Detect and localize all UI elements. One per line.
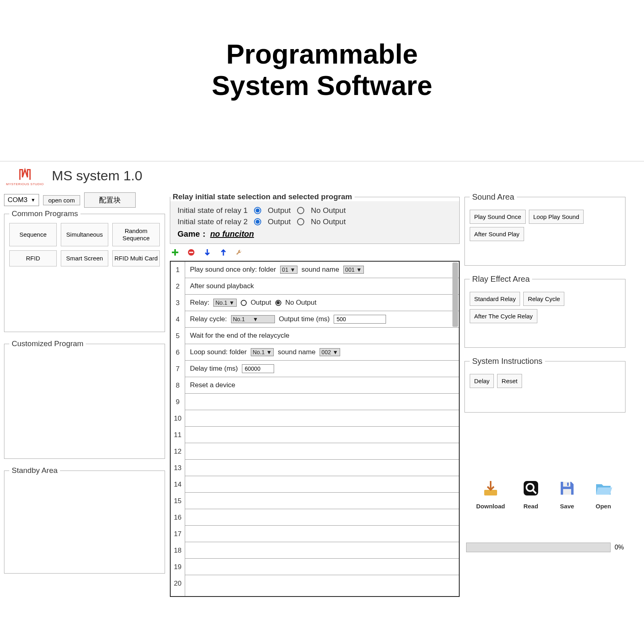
loop-sound-select[interactable]: 002 ▼	[320, 348, 340, 356]
add-icon[interactable]	[171, 248, 180, 257]
logo: MYSTERIOUS STUDIO	[6, 165, 44, 186]
after-cycle-relay-button[interactable]: After The Cycle Relay	[470, 309, 537, 323]
system-instructions-panel: System Instructions Delay Reset	[464, 357, 625, 413]
save-action[interactable]: Save	[557, 478, 578, 510]
page-title: Programmable System Software	[0, 0, 644, 101]
loop-folder-select[interactable]: No.1 ▼	[251, 348, 274, 356]
step-row[interactable]	[185, 460, 459, 476]
logo-text: MYSTERIOUS STUDIO	[6, 182, 44, 186]
open-com-button[interactable]: open com	[43, 195, 80, 205]
progress-bar	[466, 543, 611, 552]
step-output-radio[interactable]	[241, 300, 247, 306]
relay-effect-legend: Rlay Effect Area	[470, 275, 532, 284]
step-row[interactable]	[185, 509, 459, 526]
relay-select[interactable]: No.1 ▼	[213, 299, 236, 307]
read-action[interactable]: Read	[520, 478, 541, 510]
steps-container: 1234567891011121314151617181920 Play sou…	[170, 261, 460, 597]
open-action[interactable]: Open	[593, 478, 614, 510]
relay-panel-legend: Relay initial state selection and select…	[170, 192, 355, 201]
reset-button[interactable]: Reset	[497, 374, 522, 388]
step-row[interactable]	[185, 559, 459, 575]
app-window: MYSTERIOUS STUDIO MS system 1.0 COM3▼ op…	[0, 161, 644, 600]
download-icon	[480, 478, 501, 499]
open-icon	[593, 478, 614, 499]
svg-rect-6	[567, 483, 569, 486]
step-row[interactable]	[185, 443, 459, 460]
relay2-output-radio[interactable]	[254, 218, 261, 225]
progress-text: 0%	[615, 544, 624, 551]
relay-cycle-button[interactable]: Relay Cycle	[523, 292, 564, 306]
game-value[interactable]: no funciton	[210, 229, 258, 239]
step-nooutput-radio[interactable]	[275, 300, 281, 306]
logo-icon	[17, 165, 33, 182]
rfid-multi-button[interactable]: RFID Multi Card	[112, 250, 160, 266]
relay-effect-panel: Rlay Effect Area Standard Relay Relay Cy…	[464, 275, 625, 348]
standby-area-list[interactable]	[9, 480, 160, 568]
step-row[interactable]: After sound playback	[185, 278, 459, 295]
chevron-down-icon: ▼	[31, 197, 35, 203]
relay-cycle-select[interactable]: No.1 ▼	[231, 315, 275, 323]
relay1-output-radio[interactable]	[254, 207, 261, 214]
step-row[interactable]	[185, 394, 459, 410]
download-action[interactable]: Download	[476, 478, 505, 510]
relay1-label: Initial state of relay 1	[178, 206, 248, 215]
random-sequence-button[interactable]: Random Sequence	[112, 223, 160, 246]
remove-icon[interactable]	[187, 248, 196, 257]
sequence-button[interactable]: Sequence	[9, 223, 57, 246]
common-programs-panel: Common Programs Sequence Simultaneous Ra…	[4, 209, 165, 332]
app-title: MS system 1.0	[52, 168, 142, 184]
step-row[interactable]	[185, 476, 459, 493]
standby-area-panel: Standby Area	[4, 466, 165, 574]
step-row[interactable]	[185, 542, 459, 559]
play-sound-once-button[interactable]: Play Sound Once	[470, 210, 526, 224]
read-icon	[520, 478, 541, 499]
wrench-icon[interactable]	[235, 248, 244, 257]
customized-program-legend: Customized Program	[9, 339, 86, 348]
sound-area-panel: Sound Area Play Sound Once Loop Play Sou…	[464, 192, 625, 266]
arrow-up-icon[interactable]	[219, 248, 228, 257]
step-row[interactable]: Play sound once only: folder 01 ▼ sound …	[185, 262, 459, 278]
sound-select[interactable]: 001 ▼	[343, 266, 364, 274]
standard-relay-button[interactable]: Standard Relay	[470, 292, 520, 306]
loop-play-sound-button[interactable]: Loop Play Sound	[529, 210, 584, 224]
delay-button[interactable]: Delay	[470, 374, 494, 388]
standby-area-legend: Standby Area	[9, 466, 60, 475]
app-header: MYSTERIOUS STUDIO MS system 1.0	[0, 161, 644, 189]
relay-panel: Relay initial state selection and select…	[170, 192, 460, 244]
step-row[interactable]: Reset a device	[185, 377, 459, 394]
step-row[interactable]	[185, 575, 459, 592]
relay2-nooutput-radio[interactable]	[297, 218, 304, 225]
step-row[interactable]: Loop sound: folder No.1 ▼ sound name 002…	[185, 344, 459, 361]
step-row[interactable]: Wait for the end of the relaycycle	[185, 328, 459, 344]
rfid-button[interactable]: RFID	[9, 250, 57, 266]
step-row[interactable]	[185, 526, 459, 542]
step-row[interactable]	[185, 410, 459, 427]
step-row[interactable]	[185, 493, 459, 509]
smart-screen-button[interactable]: Smart Screen	[61, 250, 108, 266]
game-label: Game：	[178, 229, 208, 238]
save-icon	[557, 478, 578, 499]
customized-program-list[interactable]	[9, 353, 160, 454]
line-numbers: 1234567891011121314151617181920	[171, 262, 185, 596]
simultaneous-button[interactable]: Simultaneous	[61, 223, 108, 246]
sound-area-legend: Sound Area	[470, 192, 517, 202]
system-instructions-legend: System Instructions	[470, 357, 545, 366]
relay2-label: Initial state of relay 2	[178, 217, 248, 226]
com-port-select[interactable]: COM3▼	[4, 194, 39, 206]
step-row[interactable]: Relay cycle: No.1 ▼ Output time (ms)	[185, 311, 459, 328]
step-row[interactable]	[185, 427, 459, 443]
step-row[interactable]: Relay: No.1 ▼ Output No Output	[185, 295, 459, 311]
relay1-nooutput-radio[interactable]	[297, 207, 304, 214]
svg-rect-5	[563, 489, 571, 495]
folder-select[interactable]: 01 ▼	[280, 266, 297, 274]
arrow-down-icon[interactable]	[203, 248, 212, 257]
step-row[interactable]: Delay time (ms)	[185, 361, 459, 377]
config-button[interactable]: 配置块	[84, 192, 136, 208]
common-programs-legend: Common Programs	[9, 209, 80, 218]
customized-program-panel: Customized Program	[4, 339, 165, 459]
delay-input[interactable]	[242, 364, 274, 373]
output-time-input[interactable]	[334, 315, 386, 324]
svg-rect-4	[563, 482, 570, 487]
scrollbar[interactable]	[452, 262, 458, 327]
after-sound-play-button[interactable]: After Sound Play	[470, 227, 524, 241]
